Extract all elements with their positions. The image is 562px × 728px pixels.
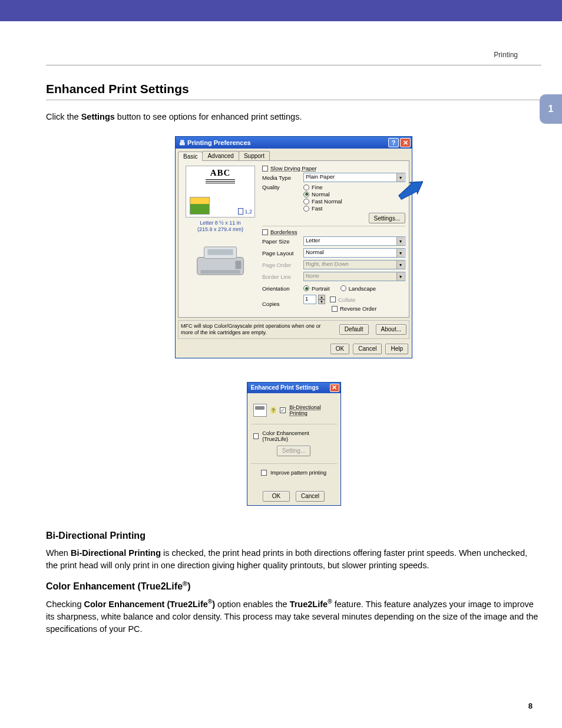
page-icon [238, 208, 243, 215]
dialog2-title: Enhanced Print Settings [251, 384, 319, 391]
ok-button[interactable]: OK [330, 344, 349, 354]
tab-strip: Basic Advanced Support [176, 149, 412, 160]
divider [46, 100, 541, 100]
color-enhancement-setting-button: Setting... [277, 446, 310, 456]
status-message: MFC will stop Color/Grayscale print oper… [181, 323, 332, 336]
color-enhancement-paragraph: Checking Color Enhancement (True2Life®) … [46, 598, 541, 635]
printer-icon: 🖶 [179, 139, 186, 146]
dialog-titlebar: 🖶 Printing Preferences ? ✕ [176, 137, 412, 149]
paper-size-label: Letter 8 ½ x 11 in (215.9 x 279.4 mm) [182, 220, 259, 233]
status-area: MFC will stop Color/Grayscale print oper… [178, 320, 409, 339]
page-preview: ABC 1,2 [186, 166, 255, 218]
svg-rect-2 [207, 249, 233, 255]
page-title: Enhanced Print Settings [46, 82, 541, 96]
cancel-button[interactable]: Cancel [353, 344, 382, 354]
paper-size-form-label: Paper Size [262, 238, 303, 245]
quality-fine-radio[interactable] [303, 185, 309, 190]
collate-checkbox [330, 297, 336, 302]
page-number: 8 [528, 701, 533, 710]
reverse-order-checkbox[interactable] [332, 306, 338, 312]
borderless-label: Borderless [270, 229, 297, 235]
divider [262, 226, 405, 226]
color-enhancement-label: Color Enhancement (True2Life) [262, 430, 334, 442]
color-enhancement-heading: Color Enhancement (True2Life®) [46, 580, 541, 592]
orientation-label: Orientation [262, 285, 303, 292]
bidirectional-label: Bi-Directional Printing [289, 404, 334, 416]
copies-input[interactable]: 1 [303, 295, 316, 304]
preview-lines [206, 179, 235, 180]
bidirectional-paragraph: When Bi-Directional Printing is checked,… [46, 547, 541, 572]
help-button[interactable]: Help [385, 344, 408, 354]
close-icon[interactable]: ✕ [400, 138, 411, 147]
printhead-icon [253, 404, 267, 417]
divider [46, 65, 541, 65]
media-type-select[interactable]: Plain Paper [303, 173, 405, 182]
about-button[interactable]: About... [376, 324, 406, 335]
portrait-radio[interactable] [303, 285, 309, 291]
enhanced-print-settings-dialog: Enhanced Print Settings ✕ ? Bi-Direction… [247, 382, 341, 506]
page-order-label: Page Order [262, 262, 303, 268]
copies-label: Copies [262, 301, 303, 307]
border-line-select: None [303, 272, 405, 281]
slow-drying-label: Slow Drying Paper [270, 165, 317, 172]
page-layout-label: Page Layout [262, 250, 303, 256]
help-icon[interactable]: ? [388, 138, 399, 147]
borderless-checkbox[interactable] [262, 229, 268, 235]
dialog2-titlebar: Enhanced Print Settings ✕ [247, 383, 340, 393]
media-type-label: Media Type [262, 174, 303, 181]
border-line-label: Border Line [262, 274, 303, 280]
spin-down-icon[interactable]: ▼ [318, 299, 325, 304]
dialog-title: Printing Preferences [187, 139, 251, 146]
quality-radio-group: Fine Normal Fast Normal Fast [303, 184, 405, 212]
improve-pattern-checkbox[interactable] [261, 470, 267, 476]
intro-text: Click the Settings button to see options… [46, 111, 541, 123]
tab-support[interactable]: Support [239, 151, 270, 160]
close-icon[interactable]: ✕ [330, 384, 339, 392]
quality-fastnormal-radio[interactable] [303, 199, 309, 205]
tab-basic[interactable]: Basic [178, 151, 203, 161]
preview-pages-indicator: 1,2 [238, 208, 252, 215]
page-order-select: Right, then Down [303, 260, 405, 269]
slow-drying-checkbox[interactable] [262, 166, 268, 172]
printing-preferences-dialog: 🖶 Printing Preferences ? ✕ Basic Advance… [175, 136, 412, 358]
preview-sample-text: ABC [188, 168, 253, 178]
bidirectional-checkbox[interactable] [280, 407, 286, 413]
cancel-button[interactable]: Cancel [296, 491, 325, 502]
default-button[interactable]: Default [339, 324, 369, 335]
svg-rect-3 [236, 261, 242, 269]
quality-settings-button[interactable]: Settings... [369, 213, 405, 223]
ok-button[interactable]: OK [263, 491, 290, 502]
printer-illustration [186, 241, 255, 282]
svg-rect-4 [201, 270, 240, 274]
top-accent-bar [0, 0, 562, 21]
landscape-radio[interactable] [340, 285, 346, 291]
paper-size-select[interactable]: Letter [303, 236, 405, 246]
bidirectional-heading: Bi-Directional Printing [46, 531, 541, 541]
quality-label: Quality [262, 184, 303, 190]
quality-fast-radio[interactable] [303, 206, 309, 212]
improve-pattern-label: Improve pattern printing [270, 470, 326, 476]
spin-up-icon[interactable]: ▲ [318, 295, 325, 299]
page-layout-select[interactable]: Normal [303, 248, 405, 258]
tab-advanced[interactable]: Advanced [202, 151, 239, 160]
breadcrumb: Printing [46, 51, 518, 59]
preview-photo [190, 197, 210, 215]
info-icon: ? [270, 407, 277, 414]
color-enhancement-checkbox[interactable] [253, 433, 259, 439]
quality-normal-radio[interactable] [303, 192, 309, 197]
copies-spinner[interactable]: 1 ▲▼ [303, 295, 325, 304]
